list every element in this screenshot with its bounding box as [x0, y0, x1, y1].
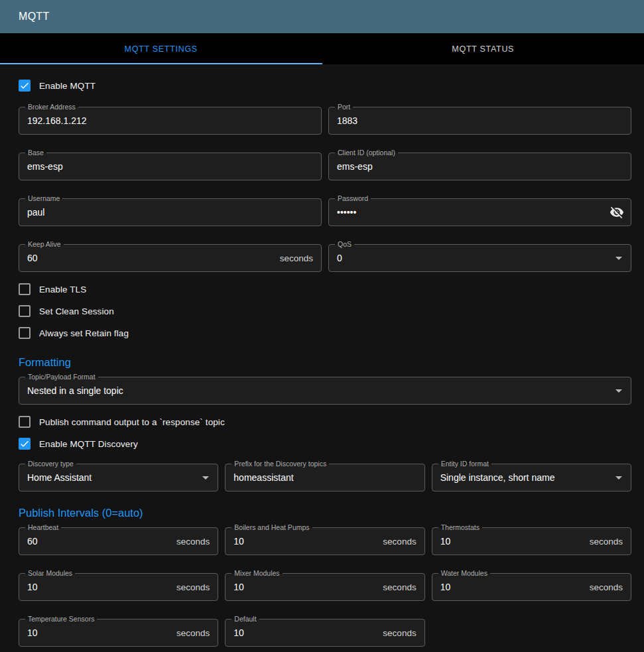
checkbox-checked-icon[interactable]: [19, 438, 31, 450]
unit-suffix: seconds: [590, 582, 623, 592]
select-value: Home Assistant: [27, 472, 198, 483]
checkbox-label: Set Clean Session: [39, 306, 114, 316]
credentials-row: Username Password: [19, 198, 631, 226]
discovery-prefix-input[interactable]: [233, 472, 416, 483]
unit-suffix: seconds: [590, 537, 623, 547]
select-value: 0: [337, 253, 611, 263]
client-id-input[interactable]: [337, 161, 623, 172]
field-label: Keep Alive: [25, 239, 64, 249]
unit-suffix: seconds: [176, 537, 210, 547]
checkbox-label: Enable TLS: [39, 285, 86, 294]
unit-suffix: seconds: [383, 628, 416, 638]
field-label: Client ID (optional): [335, 148, 398, 158]
field-label: Solar Modules: [25, 568, 75, 578]
formatting-heading: Formatting: [19, 356, 631, 369]
keep-alive-input[interactable]: [27, 253, 275, 263]
field-label: QoS: [335, 239, 354, 249]
checkbox-unchecked-icon[interactable]: [19, 283, 31, 295]
app-bar: MQTT: [0, 0, 644, 33]
page-title: MQTT: [19, 11, 50, 23]
checkbox-unchecked-icon[interactable]: [19, 327, 31, 339]
enable-tls-checkbox[interactable]: Enable TLS: [19, 281, 631, 297]
solar-modules-field[interactable]: Solar Modules seconds: [19, 573, 218, 601]
unit-suffix: seconds: [280, 253, 313, 263]
keepalive-qos-row: Keep Alive seconds QoS 0: [19, 244, 631, 272]
field-label: Username: [25, 194, 62, 204]
water-modules-field[interactable]: Water Modules seconds: [432, 573, 631, 601]
field-label: Topic/Payload Format: [25, 372, 98, 382]
mixer-modules-field[interactable]: Mixer Modules seconds: [225, 573, 424, 601]
entity-format-select[interactable]: Entity ID format Single instance, short …: [432, 464, 631, 491]
intervals-row-1: Heartbeat seconds Boilers and Heat Pumps…: [19, 527, 631, 555]
publish-intervals-heading: Publish Intervals (0=auto): [19, 506, 631, 519]
tab-mqtt-settings[interactable]: MQTT SETTINGS: [0, 33, 322, 64]
checkbox-unchecked-icon[interactable]: [19, 416, 31, 428]
field-label: Water Modules: [438, 568, 490, 578]
checkbox-label: Publish command output to a `response` t…: [39, 417, 225, 427]
client-id-field[interactable]: Client ID (optional): [328, 153, 631, 180]
check-icon: [19, 438, 30, 449]
clean-session-checkbox[interactable]: Set Clean Session: [19, 303, 631, 319]
discovery-type-select[interactable]: Discovery type Home Assistant: [19, 464, 218, 491]
temperature-sensors-field[interactable]: Temperature Sensors seconds: [19, 619, 218, 647]
field-label: Boilers and Heat Pumps: [231, 523, 312, 533]
temperature-sensors-input[interactable]: [27, 627, 171, 638]
heartbeat-field[interactable]: Heartbeat seconds: [19, 527, 218, 555]
broker-address-field[interactable]: Broker Address: [19, 107, 322, 135]
heartbeat-input[interactable]: [27, 536, 171, 547]
water-modules-input[interactable]: [440, 582, 584, 592]
discovery-prefix-field[interactable]: Prefix for the Discovery topics: [225, 464, 424, 491]
settings-form: Enable MQTT Broker Address Port Base Cli…: [0, 64, 644, 647]
thermostats-input[interactable]: [440, 536, 584, 547]
keep-alive-field[interactable]: Keep Alive seconds: [19, 244, 322, 272]
boilers-field[interactable]: Boilers and Heat Pumps seconds: [225, 527, 424, 555]
field-label: Entity ID format: [438, 459, 491, 469]
boilers-input[interactable]: [233, 536, 377, 547]
qos-select[interactable]: QoS 0: [328, 244, 631, 272]
field-label: Broker Address: [25, 102, 78, 112]
checkbox-unchecked-icon[interactable]: [19, 305, 31, 317]
port-input[interactable]: [337, 115, 623, 126]
port-field[interactable]: Port: [328, 107, 631, 135]
default-interval-field[interactable]: Default seconds: [225, 619, 424, 647]
checkbox-label: Always set Retain flag: [39, 328, 129, 338]
publish-response-checkbox[interactable]: Publish command output to a `response` t…: [19, 414, 631, 430]
password-input[interactable]: [337, 207, 610, 218]
dropdown-caret-icon[interactable]: [198, 470, 214, 486]
base-clientid-row: Base Client ID (optional): [19, 153, 631, 180]
discovery-row: Discovery type Home Assistant Prefix for…: [19, 464, 631, 491]
field-label: Discovery type: [25, 459, 76, 469]
field-label: Base: [25, 148, 46, 158]
checkbox-label: Enable MQTT: [39, 81, 96, 91]
solar-modules-input[interactable]: [27, 582, 171, 592]
dropdown-caret-icon[interactable]: [611, 250, 627, 266]
tab-mqtt-status[interactable]: MQTT STATUS: [322, 33, 644, 64]
field-label: Password: [335, 194, 371, 204]
username-field[interactable]: Username: [19, 198, 322, 226]
select-value: Single instance, short name: [440, 472, 611, 483]
enable-discovery-checkbox[interactable]: Enable MQTT Discovery: [19, 436, 631, 452]
field-label: Thermostats: [438, 523, 482, 533]
visibility-off-icon[interactable]: [610, 205, 624, 220]
retain-flag-checkbox[interactable]: Always set Retain flag: [19, 325, 631, 341]
base-input[interactable]: [27, 161, 313, 172]
topic-format-select[interactable]: Topic/Payload Format Nested in a single …: [19, 377, 631, 405]
unit-suffix: seconds: [176, 628, 210, 638]
dropdown-caret-icon[interactable]: [611, 470, 627, 486]
thermostats-field[interactable]: Thermostats seconds: [432, 527, 631, 555]
field-label: Heartbeat: [25, 523, 61, 533]
empty-cell: [432, 619, 631, 647]
broker-address-input[interactable]: [27, 115, 313, 126]
base-field[interactable]: Base: [19, 153, 322, 180]
broker-port-row: Broker Address Port: [19, 107, 631, 135]
username-input[interactable]: [27, 207, 313, 218]
enable-mqtt-checkbox[interactable]: Enable MQTT: [19, 78, 631, 94]
intervals-row-2: Solar Modules seconds Mixer Modules seco…: [19, 573, 631, 601]
dropdown-caret-icon[interactable]: [611, 383, 627, 399]
field-label: Mixer Modules: [231, 568, 282, 578]
field-label: Default: [231, 614, 259, 624]
checkbox-checked-icon[interactable]: [19, 80, 31, 92]
default-interval-input[interactable]: [233, 627, 377, 638]
password-field[interactable]: Password: [328, 198, 631, 226]
mixer-modules-input[interactable]: [233, 582, 377, 592]
